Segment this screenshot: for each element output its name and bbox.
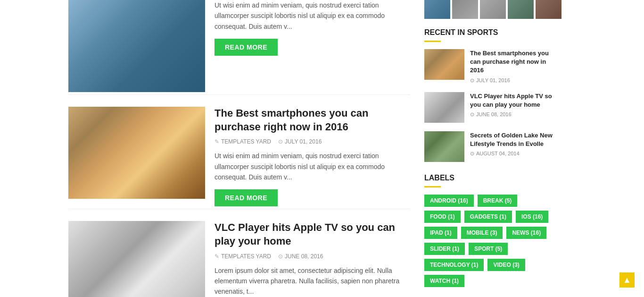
recent-cal-icon-1: ⊙ (470, 77, 474, 84)
recent-sports-underline (424, 41, 441, 42)
recent-item-2: VLC Player hits Apple TV so you can play… (424, 92, 556, 123)
label-video[interactable]: VIDEO (3) (487, 259, 525, 271)
recent-item-body-3: Secrets of Golden Lake New Lifestyle Tre… (470, 131, 556, 157)
article-date-3: ⊙ JUNE 08, 2016 (278, 253, 323, 260)
article-date-2: ⊙ JULY 01, 2016 (278, 138, 322, 145)
main-content: Ut wisi enim ad minim veniam, quis nostr… (0, 0, 420, 297)
recent-item-img-2 (424, 92, 464, 123)
calendar-icon-3: ⊙ (278, 253, 283, 260)
article-image-3 (68, 221, 205, 297)
recent-item-date-2: ⊙ JUNE 08, 2016 (470, 111, 556, 118)
label-android[interactable]: ANDROID (16) (424, 195, 474, 207)
author-name-3: TEMPLATES YARD (221, 253, 271, 260)
date-value-3: JUNE 08, 2016 (285, 253, 323, 260)
recent-item-3: Secrets of Golden Lake New Lifestyle Tre… (424, 131, 556, 162)
labels-underline (424, 186, 441, 187)
labels-grid: ANDROID (16) BREAK (5) FOOD (1) GADGETS … (424, 195, 556, 287)
recent-item-date-3: ⊙ AUGUST 04, 2014 (470, 151, 556, 157)
label-ipad[interactable]: IPAD (1) (424, 227, 457, 239)
recent-date-val-3: AUGUST 04, 2014 (476, 151, 520, 156)
scroll-to-top-button[interactable]: ▲ (619, 272, 635, 288)
sidebar: RECENT IN SPORTS The Best smartphones yo… (420, 0, 566, 297)
recent-item-body-2: VLC Player hits Apple TV so you can play… (470, 92, 556, 118)
article-image-1 (68, 0, 205, 92)
article-excerpt-3: Lorem ipsum dolor sit amet, consectetur … (215, 265, 410, 297)
recent-item-body-1: The Best smartphones you can purchase ri… (470, 49, 556, 84)
article-card-1: Ut wisi enim ad minim veniam, quis nostr… (68, 0, 410, 95)
recent-item-title-2[interactable]: VLC Player hits Apple TV so you can play… (470, 92, 556, 109)
labels-section: LABELS ANDROID (16) BREAK (5) FOOD (1) G… (424, 174, 556, 287)
recent-item-title-3[interactable]: Secrets of Golden Lake New Lifestyle Tre… (470, 131, 556, 148)
label-sport[interactable]: SPORT (5) (469, 243, 508, 255)
article-title-3: VLC Player hits Apple TV so you can play… (215, 221, 410, 248)
label-gadgets[interactable]: GADGETS (1) (464, 211, 512, 223)
labels-title: LABELS (424, 174, 556, 182)
label-mobile[interactable]: MOBILE (3) (461, 227, 503, 239)
recent-cal-icon-2: ⊙ (470, 111, 474, 118)
label-slider[interactable]: SLIDER (1) (424, 243, 465, 255)
label-watch[interactable]: WATCH (1) (424, 275, 464, 287)
recent-date-val-2: JUNE 08, 2016 (476, 111, 512, 117)
recent-item-img-3 (424, 131, 464, 162)
article-meta-2: ✎ TEMPLATES YARD ⊙ JULY 01, 2016 (215, 138, 410, 145)
recent-cal-icon-3: ⊙ (470, 151, 474, 157)
label-food[interactable]: FOOD (1) (424, 211, 461, 223)
recent-item-1: The Best smartphones you can purchase ri… (424, 49, 556, 84)
article-body-1: Ut wisi enim ad minim veniam, quis nostr… (215, 0, 410, 92)
article-author-3: ✎ TEMPLATES YARD (215, 253, 271, 260)
article-title-2: The Best smartphones you can purchase ri… (215, 107, 410, 134)
read-more-button-2[interactable]: READ MORE (215, 189, 278, 206)
date-value-2: JULY 01, 2016 (285, 138, 322, 145)
recent-item-date-1: ⊙ JULY 01, 2016 (470, 77, 556, 84)
article-body-2: The Best smartphones you can purchase ri… (215, 107, 410, 206)
article-card-2: The Best smartphones you can purchase ri… (68, 107, 410, 209)
recent-item-title-1[interactable]: The Best smartphones you can purchase ri… (470, 49, 556, 75)
author-icon-3: ✎ (215, 253, 219, 260)
calendar-icon-2: ⊙ (278, 138, 283, 145)
thumb-1[interactable] (424, 0, 450, 19)
article-card-3: VLC Player hits Apple TV so you can play… (68, 221, 410, 297)
recent-date-val-1: JULY 01, 2016 (476, 77, 510, 83)
article-image-2 (68, 107, 205, 199)
article-title-link-2[interactable]: The Best smartphones you can purchase ri… (215, 107, 368, 133)
thumb-5[interactable] (536, 0, 561, 19)
article-meta-3: ✎ TEMPLATES YARD ⊙ JUNE 08, 2016 (215, 253, 410, 260)
label-break[interactable]: BREAK (5) (478, 195, 518, 207)
thumb-4[interactable] (508, 0, 534, 19)
article-body-3: VLC Player hits Apple TV so you can play… (215, 221, 410, 297)
thumb-3[interactable] (480, 0, 506, 19)
label-technology[interactable]: TECHNOLOGY (1) (424, 259, 484, 271)
thumb-2[interactable] (452, 0, 478, 19)
label-ios[interactable]: IOS (16) (516, 211, 548, 223)
author-icon-2: ✎ (215, 138, 219, 145)
thumbnail-strip (424, 0, 556, 19)
recent-sports-title: RECENT IN SPORTS (424, 28, 556, 37)
label-news[interactable]: NEWS (16) (506, 227, 546, 239)
article-excerpt-1: Ut wisi enim ad minim veniam, quis nostr… (215, 0, 410, 32)
read-more-button-1[interactable]: READ MORE (215, 39, 278, 56)
recent-item-img-1 (424, 49, 464, 80)
article-author-2: ✎ TEMPLATES YARD (215, 138, 271, 145)
author-name-2: TEMPLATES YARD (221, 138, 271, 145)
article-excerpt-2: Ut wisi enim ad minim veniam, quis nostr… (215, 151, 410, 182)
article-title-link-3[interactable]: VLC Player hits Apple TV so you can play… (215, 221, 395, 247)
